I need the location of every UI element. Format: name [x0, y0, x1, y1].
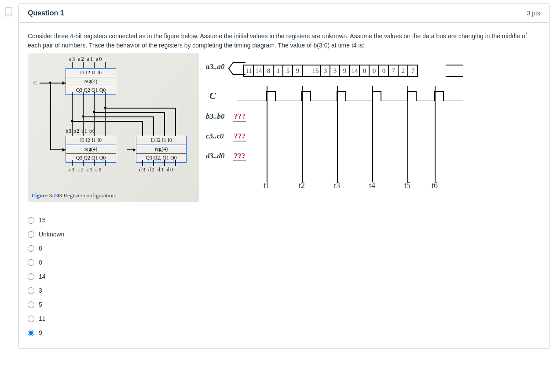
a-value-cell: 7	[408, 65, 418, 77]
clock-waveform	[237, 90, 465, 101]
timing-label-d: d3..d0	[206, 152, 225, 160]
a-value-cell: 7	[389, 65, 399, 77]
answer-text: 0	[39, 259, 42, 266]
question-header: Question 1 3 pts	[19, 4, 549, 23]
question-box: Question 1 3 pts Consider three 4-bit re…	[18, 4, 549, 349]
a-value-cell: 0	[360, 65, 370, 77]
time-label: t5	[404, 181, 410, 190]
a-value-cell: 14	[350, 65, 360, 77]
a-value-cell: 3	[330, 65, 340, 77]
reg-d-name: reg(4)	[136, 145, 186, 154]
answer-text: Unknown	[39, 231, 64, 238]
a-value-cell: 0	[379, 65, 389, 77]
answer-radio[interactable]	[28, 316, 34, 322]
time-vline	[337, 86, 338, 182]
figure-caption: Figure 3.103 Register configuration.	[32, 192, 116, 199]
answer-text: 14	[39, 273, 46, 280]
reg-b-name: reg(4)	[66, 145, 116, 154]
time-vline	[372, 86, 373, 182]
answer-radio[interactable]	[28, 245, 34, 252]
signal-labels-a: a3 a2 a1 a0	[69, 56, 103, 62]
question-body: Consider three 4-bit registers connected…	[19, 23, 549, 348]
time-label: t4	[369, 181, 375, 190]
timing-figure: a3..a0 111481591533914000727 C b3..b0	[206, 53, 540, 193]
reg-a-inputs: I3 I2 I1 I0	[66, 69, 116, 77]
a-value-cell: 9	[340, 65, 350, 77]
answer-list: 15Unknown801435119	[28, 213, 540, 340]
reg-a-outputs: Q3 Q2 Q1 Q0	[66, 86, 116, 94]
answer-text: 8	[39, 245, 42, 252]
a-value-cell: 8	[264, 65, 274, 77]
answer-radio[interactable]	[28, 259, 34, 266]
answer-radio[interactable]	[28, 217, 34, 224]
c-unknown: ???	[233, 132, 246, 142]
a-value-cell: 3	[321, 65, 330, 77]
reg-d-inputs: I3 I2 I1 I0	[136, 136, 186, 145]
timing-label-clock: C	[209, 90, 216, 102]
answer-option[interactable]: 9	[28, 326, 540, 340]
figure-caption-text: Register configuration.	[62, 192, 116, 199]
circuit-figure: a3 a2 a1 a0 I3 I2 I1 I0 reg(4) Q3 Q2 Q1 …	[28, 53, 199, 202]
answer-text: 15	[39, 217, 46, 224]
a-value-cell: 1	[274, 65, 283, 77]
answer-text: 9	[39, 329, 42, 336]
figure-number: Figure 3.103	[32, 192, 62, 199]
reg-b-outputs: Q3 Q2 Q1 Q0	[66, 154, 116, 162]
time-vline	[435, 86, 436, 182]
answer-radio[interactable]	[28, 231, 34, 238]
time-vline	[407, 86, 408, 182]
answer-option[interactable]: 0	[28, 255, 540, 269]
b-unknown: ???	[233, 112, 246, 122]
answer-option[interactable]: 11	[28, 312, 540, 326]
a-value-cell: 5	[283, 65, 293, 77]
time-label: t2	[299, 181, 305, 190]
answer-option[interactable]: 3	[28, 283, 540, 298]
register-d: I3 I2 I1 I0 reg(4) Q3 Q2, Q1 Q0	[136, 136, 187, 163]
time-vline	[267, 86, 267, 182]
time-label: t1	[264, 181, 270, 190]
a-value-row: 111481591533914000727	[243, 64, 418, 77]
bookmark-column	[4, 4, 14, 349]
clock-label-c: C	[33, 80, 37, 86]
question-container: Question 1 3 pts Consider three 4-bit re…	[4, 4, 549, 349]
signal-labels-c: c3 c2 c1 c0	[69, 167, 102, 173]
a-value-cell: 0	[370, 65, 379, 77]
a-value-cell	[303, 65, 311, 77]
timing-label-b: b3..b0	[206, 112, 225, 121]
register-a: I3 I2 I1 I0 reg(4) Q3 Q2 Q1 Q0	[66, 68, 116, 95]
figure-row: a3 a2 a1 a0 I3 I2 I1 I0 reg(4) Q3 Q2 Q1 …	[28, 53, 540, 202]
register-b: I3 I2 I1 I0 reg(4) Q3 Q2 Q1 Q0	[66, 136, 116, 163]
signal-labels-b: b3 b2 b1 b0	[66, 128, 95, 134]
timing-label-a: a3..a0	[206, 62, 225, 71]
answer-radio[interactable]	[28, 301, 34, 308]
reg-b-inputs: I3 I2 I1 I0	[66, 136, 116, 145]
answer-radio[interactable]	[28, 273, 34, 280]
time-label: t3	[334, 181, 340, 190]
d-unknown: ???	[233, 152, 246, 161]
answer-option[interactable]: 14	[28, 269, 540, 283]
a-value-cell: 11	[243, 65, 254, 77]
answer-option[interactable]: Unknown	[28, 227, 540, 241]
prompt-text: Consider three 4-bit registers connected…	[28, 32, 540, 50]
answer-text: 5	[39, 301, 42, 308]
time-label: t6	[432, 181, 438, 190]
timing-label-c3c0: c3..c0	[206, 132, 224, 141]
a-value-cell: 9	[293, 65, 303, 77]
time-vline	[302, 86, 303, 182]
answer-option[interactable]: 15	[28, 213, 540, 227]
answer-text: 3	[39, 287, 42, 294]
reg-d-outputs: Q3 Q2, Q1 Q0	[136, 154, 186, 162]
answer-text: 11	[39, 315, 46, 322]
reg-a-name: reg(4)	[66, 77, 116, 86]
answer-option[interactable]: 8	[28, 241, 540, 255]
a-value-cell: 14	[254, 65, 264, 77]
bookmark-icon[interactable]	[5, 7, 13, 349]
signal-labels-d: d3 d2 d1 d0	[139, 167, 174, 173]
answer-option[interactable]: 5	[28, 298, 540, 312]
answer-radio[interactable]	[28, 330, 34, 336]
a-value-cell: 15	[311, 65, 321, 77]
answer-radio[interactable]	[28, 287, 34, 294]
question-title: Question 1	[28, 9, 64, 17]
a-value-cell: 2	[399, 65, 408, 77]
question-points: 3 pts	[527, 10, 540, 17]
